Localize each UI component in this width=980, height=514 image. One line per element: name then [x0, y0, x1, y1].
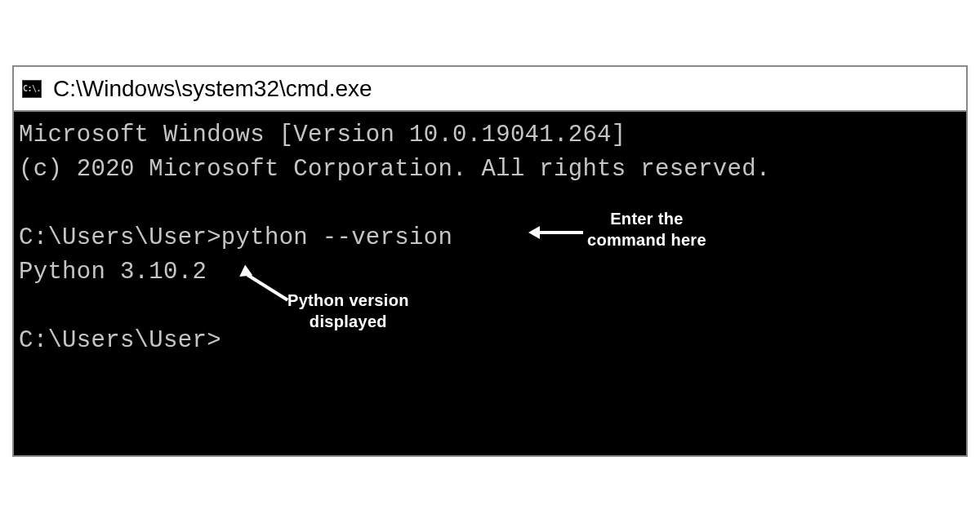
- terminal-prompt: C:\Users\User>: [19, 224, 221, 251]
- terminal-blank: [19, 187, 961, 221]
- terminal-banner-line1: Microsoft Windows [Version 10.0.19041.26…: [19, 118, 961, 153]
- annotation-version-line1: Python version: [287, 290, 409, 311]
- window-title: C:\Windows\system32\cmd.exe: [53, 76, 372, 102]
- terminal-command-input[interactable]: python --version: [221, 224, 452, 251]
- cmd-icon: C:\.: [22, 80, 42, 98]
- terminal-output: Python 3.10.2: [19, 255, 961, 290]
- annotation-command-line1: Enter the: [587, 208, 706, 229]
- cmd-window: C:\. C:\Windows\system32\cmd.exe Microso…: [12, 65, 968, 457]
- terminal-blank-2: [19, 290, 961, 324]
- annotation-command: Enter the command here: [587, 208, 706, 250]
- terminal-area[interactable]: Microsoft Windows [Version 10.0.19041.26…: [14, 112, 966, 455]
- window-titlebar[interactable]: C:\. C:\Windows\system32\cmd.exe: [14, 67, 966, 112]
- annotation-version: Python version displayed: [287, 290, 409, 332]
- terminal-prompt-2: C:\Users\User>: [19, 324, 961, 358]
- terminal-command-line: C:\Users\User>python --version: [19, 221, 961, 255]
- terminal-banner-line2: (c) 2020 Microsoft Corporation. All righ…: [19, 153, 961, 187]
- annotation-command-line2: command here: [587, 229, 706, 250]
- annotation-version-line2: displayed: [287, 311, 409, 332]
- cmd-icon-text: C:\.: [23, 84, 41, 93]
